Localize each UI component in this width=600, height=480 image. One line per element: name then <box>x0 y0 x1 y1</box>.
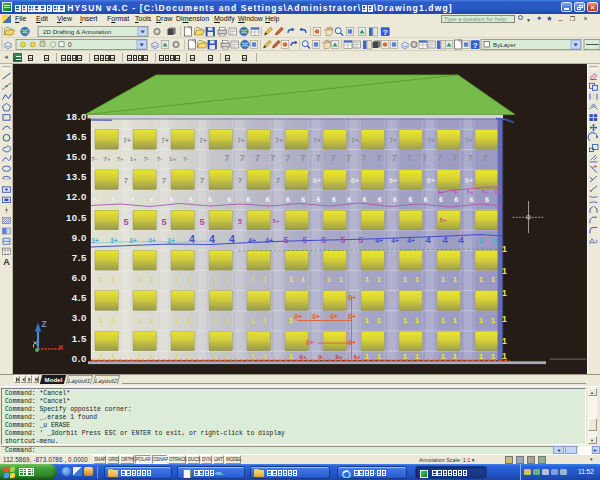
svg-text:5: 5 <box>303 235 308 245</box>
svg-text:1: 1 <box>377 352 382 361</box>
svg-text:7: 7 <box>407 153 412 163</box>
svg-text:0+: 0+ <box>306 339 314 346</box>
svg-text:7+: 7+ <box>117 155 124 162</box>
svg-text:7-: 7- <box>144 155 150 162</box>
svg-text:6: 6 <box>439 195 443 204</box>
svg-text:6: 6 <box>208 195 213 204</box>
svg-text:13.5: 13.5 <box>66 171 87 182</box>
svg-text:7: 7 <box>162 176 167 185</box>
svg-text:0+: 0+ <box>348 339 356 346</box>
svg-text:7: 7 <box>316 153 321 163</box>
svg-text:7+: 7+ <box>199 137 207 144</box>
svg-text:1: 1 <box>175 276 179 283</box>
svg-text:4: 4 <box>425 234 431 245</box>
svg-text:2D Drafting & Annotation: 2D Drafting & Annotation <box>43 28 112 35</box>
svg-text:Z: Z <box>41 319 46 329</box>
svg-text:1+: 1+ <box>130 155 137 162</box>
svg-text:6.0: 6.0 <box>72 272 87 283</box>
svg-text:1: 1 <box>441 316 446 325</box>
svg-text:0+: 0+ <box>294 313 302 320</box>
svg-text:1: 1 <box>289 275 294 284</box>
svg-text:7: 7 <box>225 153 230 163</box>
svg-text:1: 1 <box>415 275 420 284</box>
svg-text:1: 1 <box>441 352 446 361</box>
svg-text:1: 1 <box>213 276 217 283</box>
svg-text:6: 6 <box>454 195 458 204</box>
svg-text:1: 1 <box>111 353 115 360</box>
svg-text:1.5: 1.5 <box>72 333 87 344</box>
svg-text:6: 6 <box>150 195 155 204</box>
svg-text:7+: 7+ <box>237 137 245 144</box>
svg-text:1: 1 <box>289 316 294 325</box>
svg-text:6: 6 <box>170 195 175 204</box>
svg-text:7: 7 <box>200 176 205 185</box>
svg-text:6: 6 <box>424 195 428 204</box>
svg-text:5: 5 <box>284 235 289 245</box>
svg-text:1: 1 <box>175 353 179 360</box>
svg-text:6+: 6+ <box>427 177 435 184</box>
svg-text:1: 1 <box>339 275 344 284</box>
svg-text:6: 6 <box>393 195 397 204</box>
svg-text:1: 1 <box>137 317 141 324</box>
svg-text:6: 6 <box>363 195 367 204</box>
svg-text:0-: 0- <box>318 353 324 360</box>
svg-text:1: 1 <box>263 276 267 283</box>
svg-text:1: 1 <box>377 316 382 325</box>
svg-text:6: 6 <box>266 195 271 204</box>
svg-text:1: 1 <box>111 276 115 283</box>
svg-text:7-: 7- <box>157 155 163 162</box>
svg-text:?: ? <box>473 41 478 50</box>
svg-text:1: 1 <box>403 352 408 361</box>
svg-text:1: 1 <box>365 316 370 325</box>
svg-text:1: 1 <box>301 275 306 284</box>
svg-text:0+: 0+ <box>299 353 306 360</box>
svg-text:7: 7 <box>276 176 281 185</box>
svg-text:7-: 7- <box>183 155 189 162</box>
svg-text:1: 1 <box>225 353 229 360</box>
svg-text:1: 1 <box>502 351 507 361</box>
svg-text:1: 1 <box>213 317 217 324</box>
svg-text:3: 3 <box>493 236 498 245</box>
svg-text:7+: 7+ <box>351 137 359 144</box>
svg-text:1: 1 <box>263 317 267 324</box>
svg-text:1: 1 <box>479 316 484 325</box>
svg-text:7: 7 <box>238 176 243 185</box>
svg-text:1: 1 <box>502 336 507 346</box>
svg-text:7: 7 <box>331 153 336 163</box>
svg-text:1: 1 <box>502 288 507 298</box>
svg-text:1: 1 <box>149 353 153 360</box>
svg-text:9.0: 9.0 <box>72 232 87 243</box>
svg-text:1: 1 <box>111 317 115 324</box>
svg-text:7: 7 <box>468 153 473 163</box>
svg-text:1: 1 <box>99 317 103 324</box>
svg-text:1+: 1+ <box>169 155 176 162</box>
svg-text:7: 7 <box>422 153 427 163</box>
svg-text:6: 6 <box>332 195 336 204</box>
svg-text:3.0: 3.0 <box>72 312 87 323</box>
svg-text:4: 4 <box>189 234 195 245</box>
svg-text:16.5: 16.5 <box>66 131 87 142</box>
svg-text:1: 1 <box>99 353 103 360</box>
svg-text:6: 6 <box>485 195 489 204</box>
svg-text:?: ? <box>383 27 388 36</box>
svg-text:1: 1 <box>365 352 370 361</box>
svg-text:1: 1 <box>502 244 507 254</box>
svg-text:1: 1 <box>137 353 141 360</box>
svg-text:1: 1 <box>502 266 507 276</box>
svg-text:0+: 0+ <box>348 313 356 320</box>
svg-text:6: 6 <box>408 195 412 204</box>
svg-text:7: 7 <box>240 153 245 163</box>
svg-text:7: 7 <box>453 153 458 163</box>
svg-text:0+: 0+ <box>353 353 360 360</box>
svg-text:12.0: 12.0 <box>66 191 87 202</box>
svg-text:1: 1 <box>99 276 103 283</box>
svg-text:1: 1 <box>453 316 458 325</box>
svg-text:7-: 7- <box>91 155 97 162</box>
svg-text:0+: 0+ <box>312 313 320 320</box>
svg-text:7: 7 <box>255 153 260 163</box>
svg-text:1: 1 <box>289 352 294 361</box>
svg-text:1: 1 <box>365 275 370 284</box>
svg-text:1: 1 <box>187 276 191 283</box>
svg-text:5+: 5+ <box>273 218 280 224</box>
svg-text:3+: 3+ <box>167 237 175 244</box>
